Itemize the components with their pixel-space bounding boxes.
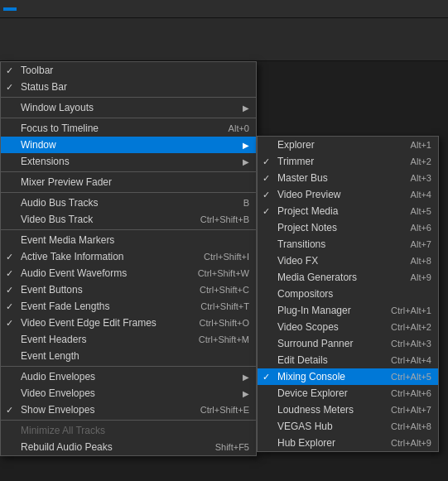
label-rebuild-audio-peaks: Rebuild Audio Peaks bbox=[21, 441, 199, 453]
sub-label-compositors: Compositors bbox=[277, 288, 431, 300]
sub-label-trimmer: Trimmer bbox=[277, 156, 394, 167]
menu-divider-10 bbox=[1, 192, 256, 193]
submenu-item-mixing-console[interactable]: ✓Mixing ConsoleCtrl+Alt+5 bbox=[258, 368, 438, 385]
submenu-item-vegas-hub[interactable]: VEGAS HubCtrl+Alt+8 bbox=[258, 418, 438, 435]
label-toolbar: Toolbar bbox=[21, 65, 249, 76]
menu-item-extensions[interactable]: Extensions▶ bbox=[1, 153, 256, 170]
label-mixer-preview-fader: Mixer Preview Fader bbox=[21, 176, 249, 188]
menu-divider-2 bbox=[1, 97, 256, 98]
submenu-item-transitions[interactable]: TransitionsAlt+7 bbox=[258, 236, 438, 253]
sub-label-vegas-hub: VEGAS Hub bbox=[277, 421, 374, 432]
submenu-item-video-preview[interactable]: ✓Video PreviewAlt+4 bbox=[258, 186, 438, 203]
menu-item-event-headers[interactable]: Event HeadersCtrl+Shift+M bbox=[1, 331, 256, 348]
submenu-item-plugin-in-manager[interactable]: Plug-In ManagerCtrl+Alt+1 bbox=[258, 302, 438, 319]
menu-item-event-length[interactable]: Event Length bbox=[1, 348, 256, 364]
sub-shortcut-master-bus: Alt+3 bbox=[411, 173, 431, 183]
menu-item-show-envelopes[interactable]: ✓Show EnvelopesCtrl+Shift+E bbox=[1, 402, 256, 418]
checkmark-toolbar: ✓ bbox=[6, 65, 13, 76]
checkmark-active-take: ✓ bbox=[6, 252, 13, 262]
label-event-media-markers: Event Media Markers bbox=[21, 234, 249, 246]
submenu-item-project-media[interactable]: ✓Project MediaAlt+5 bbox=[258, 203, 438, 219]
menubar-tools[interactable] bbox=[30, 7, 43, 11]
submenu-item-video-scopes[interactable]: Video ScopesCtrl+Alt+2 bbox=[258, 319, 438, 335]
menubar-help[interactable] bbox=[56, 7, 70, 11]
checkmark-audio-event-waveforms: ✓ bbox=[6, 268, 13, 279]
submenu-item-explorer[interactable]: ExplorerAlt+1 bbox=[258, 137, 438, 153]
shortcut-audio-event-waveforms: Ctrl+Shift+W bbox=[198, 268, 249, 278]
sub-label-media-generators: Media Generators bbox=[277, 272, 394, 283]
submenu-item-video-fx[interactable]: Video FXAlt+8 bbox=[258, 253, 438, 269]
label-audio-bus-tracks: Audio Bus Tracks bbox=[21, 197, 227, 209]
shortcut-video-event-edge: Ctrl+Shift+O bbox=[199, 318, 249, 328]
label-audio-envelopes: Audio Envelopes bbox=[21, 371, 239, 382]
label-active-take: Active Take Information bbox=[21, 251, 187, 262]
menubar-insert[interactable] bbox=[17, 7, 30, 11]
label-extensions: Extensions bbox=[21, 156, 239, 167]
menu-item-statusbar[interactable]: ✓Status Bar bbox=[1, 79, 256, 95]
submenu-item-media-generators[interactable]: Media GeneratorsAlt+9 bbox=[258, 269, 438, 286]
arrow-window-layouts: ▶ bbox=[243, 103, 249, 113]
menu-item-audio-envelopes[interactable]: Audio Envelopes▶ bbox=[1, 368, 256, 385]
menu-divider-13 bbox=[1, 229, 256, 230]
label-show-envelopes: Show Envelopes bbox=[21, 404, 184, 416]
sub-label-video-scopes: Video Scopes bbox=[277, 321, 374, 333]
checkmark-event-buttons: ✓ bbox=[6, 285, 13, 296]
submenu-item-loudness-meters[interactable]: Loudness MetersCtrl+Alt+7 bbox=[258, 402, 438, 418]
menu-item-event-fade-lengths[interactable]: ✓Event Fade LengthsCtrl+Shift+T bbox=[1, 298, 256, 315]
menu-item-active-take[interactable]: ✓Active Take InformationCtrl+Shift+I bbox=[1, 248, 256, 265]
shortcut-active-take: Ctrl+Shift+I bbox=[204, 252, 249, 262]
submenu-item-compositors[interactable]: Compositors bbox=[258, 286, 438, 302]
arrow-video-envelopes: ▶ bbox=[243, 389, 249, 398]
menu-item-window[interactable]: Window▶ bbox=[1, 137, 256, 153]
menu-item-event-media-markers[interactable]: Event Media Markers bbox=[1, 232, 256, 248]
menu-item-video-event-edge[interactable]: ✓Video Event Edge Edit FramesCtrl+Shift+… bbox=[1, 315, 256, 331]
sub-checkmark-master-bus: ✓ bbox=[263, 173, 270, 184]
submenu-item-project-notes[interactable]: Project NotesAlt+6 bbox=[258, 219, 438, 236]
submenu-item-trimmer[interactable]: ✓TrimmerAlt+2 bbox=[258, 153, 438, 170]
submenu-item-device-explorer[interactable]: Device ExplorerCtrl+Alt+6 bbox=[258, 385, 438, 402]
menu-item-mixer-preview-fader[interactable]: Mixer Preview Fader bbox=[1, 174, 256, 190]
menubar bbox=[0, 0, 448, 18]
menu-divider-8 bbox=[1, 171, 256, 172]
sub-shortcut-project-notes: Alt+6 bbox=[411, 223, 431, 233]
sub-checkmark-project-media: ✓ bbox=[263, 206, 270, 217]
sub-shortcut-project-media: Alt+5 bbox=[411, 206, 431, 216]
submenu-item-edit-details[interactable]: Edit DetailsCtrl+Alt+4 bbox=[258, 352, 438, 368]
label-event-buttons: Event Buttons bbox=[21, 284, 183, 296]
menu-item-audio-event-waveforms[interactable]: ✓Audio Event WaveformsCtrl+Shift+W bbox=[1, 265, 256, 281]
sub-shortcut-vegas-hub: Ctrl+Alt+8 bbox=[391, 421, 431, 431]
sub-shortcut-plugin-in-manager: Ctrl+Alt+1 bbox=[391, 305, 431, 315]
submenu-item-surround-panner[interactable]: Surround PannerCtrl+Alt+3 bbox=[258, 335, 438, 352]
sub-shortcut-explorer: Alt+1 bbox=[411, 140, 431, 150]
label-video-bus-track: Video Bus Track bbox=[21, 214, 184, 225]
view-menu: ✓Toolbar✓Status BarWindow Layouts▶Focus … bbox=[0, 61, 257, 456]
sub-label-device-explorer: Device Explorer bbox=[277, 387, 374, 399]
menu-item-focus-timeline[interactable]: Focus to TimelineAlt+0 bbox=[1, 120, 256, 137]
sub-label-hub-explorer: Hub Explorer bbox=[277, 437, 374, 449]
main-area: ✓Toolbar✓Status BarWindow Layouts▶Focus … bbox=[0, 61, 448, 481]
menubar-options[interactable] bbox=[43, 7, 56, 11]
sub-checkmark-mixing-console: ✓ bbox=[263, 372, 270, 382]
arrow-audio-envelopes: ▶ bbox=[243, 373, 249, 382]
menu-item-video-envelopes[interactable]: Video Envelopes▶ bbox=[1, 385, 256, 402]
sub-label-surround-panner: Surround Panner bbox=[277, 338, 374, 349]
menu-item-window-layouts[interactable]: Window Layouts▶ bbox=[1, 99, 256, 116]
menu-item-video-bus-track[interactable]: Video Bus TrackCtrl+Shift+B bbox=[1, 211, 256, 228]
sub-label-edit-details: Edit Details bbox=[277, 354, 374, 366]
sub-shortcut-surround-panner: Ctrl+Alt+3 bbox=[391, 339, 431, 349]
menubar-view[interactable] bbox=[3, 7, 17, 11]
label-event-headers: Event Headers bbox=[21, 334, 182, 345]
arrow-extensions: ▶ bbox=[243, 157, 249, 166]
submenu-item-hub-explorer[interactable]: Hub ExplorerCtrl+Alt+9 bbox=[258, 435, 438, 451]
sub-shortcut-transitions: Alt+7 bbox=[411, 239, 431, 249]
menu-item-audio-bus-tracks[interactable]: Audio Bus TracksB bbox=[1, 195, 256, 211]
submenu-item-master-bus[interactable]: ✓Master BusAlt+3 bbox=[258, 170, 438, 186]
sub-checkmark-trimmer: ✓ bbox=[263, 156, 270, 167]
menu-item-event-buttons[interactable]: ✓Event ButtonsCtrl+Shift+C bbox=[1, 281, 256, 298]
menu-item-rebuild-audio-peaks[interactable]: Rebuild Audio PeaksShift+F5 bbox=[1, 439, 256, 455]
sub-shortcut-edit-details: Ctrl+Alt+4 bbox=[391, 355, 431, 365]
sub-label-transitions: Transitions bbox=[277, 238, 394, 250]
sub-shortcut-media-generators: Alt+9 bbox=[411, 272, 431, 282]
menu-item-toolbar[interactable]: ✓Toolbar bbox=[1, 62, 256, 79]
shortcut-event-buttons: Ctrl+Shift+C bbox=[200, 285, 249, 295]
